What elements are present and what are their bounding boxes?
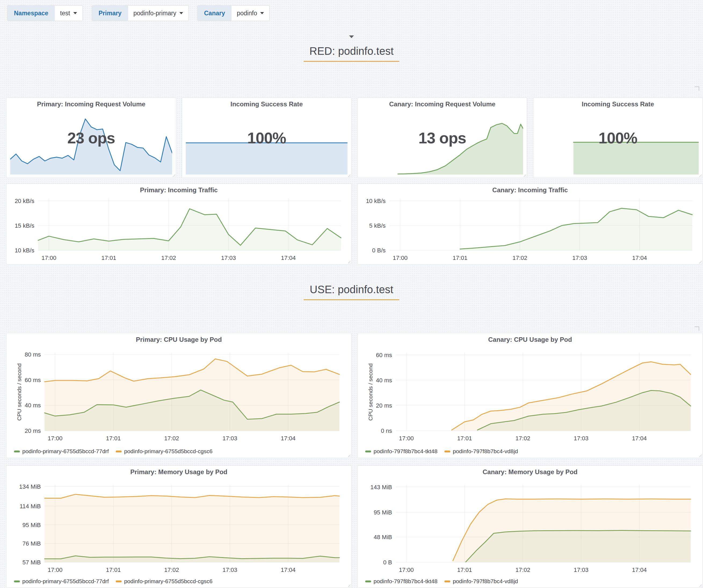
canary-memory-usage-chart[interactable]: 17:0017:0117:0217:0317:040 B48 MiB95 MiB…	[358, 466, 702, 588]
chevron-down-icon	[73, 12, 77, 14]
variable-namespace-value: test	[60, 10, 70, 17]
panel-canary-incoming-traffic: Canary: Incoming Traffic 17:0017:0117:02…	[358, 183, 703, 264]
panel-primary-request-volume: Primary: Incoming Request Volume 23 ops	[6, 97, 176, 178]
svg-text:17:01: 17:01	[457, 435, 472, 442]
legend: podinfo-primary-6755d5bccd-77drfpodinfo-…	[14, 448, 212, 454]
legend-swatch-icon	[116, 581, 122, 582]
svg-text:17:01: 17:01	[453, 255, 468, 261]
legend-item[interactable]: podinfo-primary-6755d5bccd-77drf	[14, 578, 109, 585]
y-axis-label: CPU seconds / second	[367, 353, 374, 431]
primary-incoming-traffic-chart[interactable]: 17:0017:0117:0217:0317:0410 kB/s15 kB/s2…	[6, 184, 351, 264]
panel-title[interactable]: Incoming Success Rate	[182, 100, 351, 108]
svg-text:5 kB/s: 5 kB/s	[369, 222, 386, 229]
legend-label: podinfo-797f8b7bc4-tkt48	[374, 578, 438, 585]
svg-text:17:03: 17:03	[222, 435, 237, 442]
svg-text:17:01: 17:01	[106, 435, 121, 442]
primary-cpu-usage-chart[interactable]: 17:0017:0117:0217:0317:0420 ms40 ms60 ms…	[6, 333, 351, 458]
variable-canary-dropdown[interactable]: podinfo	[231, 6, 269, 21]
legend: podinfo-797f8b7bc4-tkt48podinfo-797f8b7b…	[365, 448, 518, 454]
panel-title[interactable]: Canary: CPU Usage by Pod	[358, 336, 702, 343]
legend-label: podinfo-797f8b7bc4-tkt48	[374, 448, 438, 454]
legend-swatch-icon	[14, 450, 20, 452]
legend-item[interactable]: podinfo-797f8b7bc4-vd8jd	[445, 448, 518, 454]
row-title[interactable]: USE: podinfo.test	[0, 283, 703, 296]
svg-text:60 ms: 60 ms	[376, 352, 392, 358]
row-collapse-icon[interactable]	[349, 35, 354, 38]
variable-canary: Canary podinfo	[198, 5, 269, 21]
legend-swatch-icon	[365, 581, 371, 582]
svg-text:57 MiB: 57 MiB	[22, 559, 41, 566]
legend-label: podinfo-primary-6755d5bccd-cgsc6	[124, 578, 212, 585]
svg-text:17:00: 17:00	[393, 255, 408, 261]
legend-item[interactable]: podinfo-primary-6755d5bccd-cgsc6	[116, 578, 212, 585]
chevron-down-icon	[179, 12, 183, 14]
svg-text:17:01: 17:01	[101, 255, 116, 261]
row-title-underline	[304, 61, 399, 62]
panel-title[interactable]: Primary: Memory Usage by Pod	[6, 468, 351, 476]
grafana-dashboard: { "variables": { "namespace": {"label": …	[0, 0, 703, 588]
svg-text:17:02: 17:02	[516, 567, 530, 573]
legend-swatch-icon	[445, 581, 450, 582]
row-title[interactable]: RED: podinfo.test	[0, 45, 703, 57]
variable-primary-value: podinfo-primary	[134, 10, 176, 17]
svg-text:20 kB/s: 20 kB/s	[15, 197, 34, 204]
row-resize-corner-icon[interactable]	[695, 86, 699, 91]
panel-canary-request-volume: Canary: Incoming Request Volume 13 ops	[358, 97, 527, 178]
svg-text:0 B: 0 B	[383, 559, 392, 566]
svg-text:17:03: 17:03	[573, 567, 588, 573]
legend-swatch-icon	[365, 450, 371, 452]
svg-text:17:02: 17:02	[164, 435, 179, 442]
variable-primary-dropdown[interactable]: podinfo-primary	[128, 6, 189, 21]
legend-label: podinfo-797f8b7bc4-vd8jd	[453, 448, 518, 454]
svg-text:0 B/s: 0 B/s	[372, 247, 386, 254]
panel-title[interactable]: Canary: Memory Usage by Pod	[358, 468, 702, 476]
panel-title[interactable]: Primary: CPU Usage by Pod	[6, 336, 351, 343]
panel-title[interactable]: Canary: Incoming Request Volume	[358, 100, 527, 108]
legend-swatch-icon	[14, 581, 20, 582]
svg-text:17:01: 17:01	[106, 567, 121, 573]
legend-item[interactable]: podinfo-797f8b7bc4-tkt48	[365, 448, 438, 454]
row-header-use: USE: podinfo.test	[0, 283, 703, 300]
panel-primary-memory-usage: Primary: Memory Usage by Pod 17:0017:011…	[6, 465, 352, 588]
legend-item[interactable]: podinfo-797f8b7bc4-vd8jd	[445, 578, 518, 585]
panel-title[interactable]: Primary: Incoming Traffic	[6, 186, 351, 194]
variable-primary-label: Primary	[92, 6, 128, 21]
svg-text:15 kB/s: 15 kB/s	[15, 222, 34, 229]
svg-text:17:02: 17:02	[516, 435, 530, 442]
svg-text:95 MiB: 95 MiB	[22, 522, 41, 528]
y-axis-label: CPU seconds / second	[16, 353, 22, 431]
svg-text:17:00: 17:00	[399, 435, 414, 442]
stat-value: 100%	[182, 129, 351, 147]
legend-item[interactable]: podinfo-primary-6755d5bccd-77drf	[14, 448, 109, 454]
svg-text:40 ms: 40 ms	[376, 377, 392, 384]
variable-namespace-dropdown[interactable]: test	[55, 6, 82, 21]
variable-primary: Primary podinfo-primary	[92, 5, 189, 21]
stat-value: 100%	[533, 129, 702, 147]
svg-text:60 ms: 60 ms	[25, 377, 41, 384]
legend-item[interactable]: podinfo-primary-6755d5bccd-cgsc6	[116, 448, 212, 454]
panel-primary-success-rate: Incoming Success Rate 100%	[182, 97, 352, 178]
legend-item[interactable]: podinfo-797f8b7bc4-tkt48	[365, 578, 438, 585]
variable-namespace: Namespace test	[7, 5, 83, 21]
legend-swatch-icon	[445, 450, 450, 452]
svg-text:40 ms: 40 ms	[25, 402, 41, 409]
canary-cpu-usage-chart[interactable]: 17:0017:0117:0217:0317:040 ns20 ms40 ms6…	[358, 333, 702, 458]
panel-title[interactable]: Incoming Success Rate	[533, 100, 702, 108]
chevron-down-icon	[260, 12, 264, 14]
svg-text:17:00: 17:00	[48, 435, 63, 442]
svg-text:17:04: 17:04	[281, 567, 295, 573]
legend-label: podinfo-primary-6755d5bccd-77drf	[22, 578, 109, 585]
primary-memory-usage-chart[interactable]: 17:0017:0117:0217:0317:0457 MiB76 MiB95 …	[6, 466, 351, 588]
panel-title[interactable]: Canary: Incoming Traffic	[358, 186, 702, 194]
row-title-underline	[304, 300, 399, 300]
row-resize-corner-icon[interactable]	[695, 327, 699, 331]
svg-text:0 ns: 0 ns	[381, 427, 392, 434]
svg-text:17:00: 17:00	[42, 255, 56, 261]
svg-text:134 MiB: 134 MiB	[19, 483, 41, 490]
panel-primary-cpu-usage: Primary: CPU Usage by Pod CPU seconds / …	[6, 333, 352, 458]
svg-text:17:00: 17:00	[48, 567, 63, 573]
svg-text:10 kB/s: 10 kB/s	[15, 247, 34, 254]
panel-title[interactable]: Primary: Incoming Request Volume	[6, 100, 176, 108]
panel-primary-incoming-traffic: Primary: Incoming Traffic 17:0017:0117:0…	[6, 183, 352, 264]
canary-incoming-traffic-chart[interactable]: 17:0017:0117:0217:0317:040 B/s5 kB/s10 k…	[358, 184, 702, 264]
